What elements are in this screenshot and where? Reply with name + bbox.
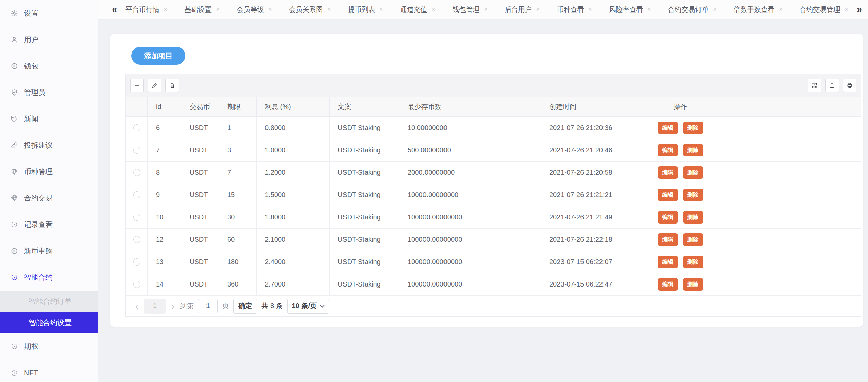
tab[interactable]: 倍数手数查看 × <box>734 5 783 14</box>
tab-label: 风险率查看 <box>609 5 643 14</box>
delete-button[interactable]: 删除 <box>683 233 703 246</box>
sidebar-item-icon <box>10 36 18 44</box>
sidebar-item[interactable]: 合约交易 <box>0 185 98 211</box>
toolbar-button[interactable] <box>165 79 179 92</box>
sidebar-item[interactable]: NFT <box>0 360 98 382</box>
cell-created-time: 2023-07-15 06:22:47 <box>541 273 635 295</box>
sidebar-item[interactable]: 币种管理 <box>0 158 98 185</box>
tab[interactable]: 平台币行情 × <box>125 5 167 14</box>
row-radio[interactable] <box>133 258 140 266</box>
tab-close-icon[interactable]: × <box>713 6 717 13</box>
tab[interactable]: 合约交易订单 × <box>668 5 717 14</box>
tab[interactable]: 会员关系图 × <box>289 5 331 14</box>
tab-close-icon[interactable]: × <box>845 6 848 13</box>
table-row: 9 USDT 15 1.5000 USDT-Staking 10000.0000… <box>126 184 861 206</box>
sidebar-item[interactable]: 记录查看 <box>0 211 98 238</box>
sidebar-item[interactable]: 用户 <box>0 26 98 53</box>
toolbar-button[interactable] <box>130 79 144 92</box>
tab[interactable]: 合约交易管理 × <box>800 5 848 14</box>
cell-text: USDT-Staking <box>330 273 399 295</box>
tab[interactable]: 后台用户 × <box>505 5 540 14</box>
tabs-scroll-left-icon[interactable]: « <box>112 5 117 14</box>
column-header: 期限 <box>219 97 257 116</box>
goto-page-input[interactable] <box>198 299 218 313</box>
delete-button[interactable]: 删除 <box>683 211 703 224</box>
tab[interactable]: 通道充值 × <box>400 5 435 14</box>
tab-close-icon[interactable]: × <box>536 6 540 13</box>
sidebar-item[interactable]: 钱包 <box>0 53 98 79</box>
row-radio[interactable] <box>133 191 140 198</box>
sidebar-item[interactable]: 智能合约设置 <box>0 312 98 333</box>
tab[interactable]: 钱包管理 × <box>452 5 488 14</box>
edit-button[interactable]: 编辑 <box>658 278 678 291</box>
tab[interactable]: 提币列表 × <box>348 5 383 14</box>
cell-created-time: 2021-07-26 21:22:18 <box>541 229 635 251</box>
row-radio[interactable] <box>133 214 140 221</box>
toolbar-button[interactable] <box>148 79 161 92</box>
tab-close-icon[interactable]: × <box>379 6 383 13</box>
confirm-button[interactable]: 确定 <box>233 299 257 314</box>
tab[interactable]: 会员等级 × <box>237 5 272 14</box>
tab-close-icon[interactable]: × <box>216 6 220 13</box>
cell-created-time: 2021-07-26 21:21:49 <box>541 206 635 228</box>
cell-term: 7 <box>219 162 257 184</box>
next-page-icon[interactable]: › <box>170 302 176 311</box>
edit-button[interactable]: 编辑 <box>658 166 678 179</box>
tab-label: 合约交易订单 <box>668 5 709 14</box>
row-radio[interactable] <box>133 236 140 243</box>
tab-close-icon[interactable]: × <box>588 6 592 13</box>
tab[interactable]: 基础设置 × <box>184 5 220 14</box>
edit-button[interactable]: 编辑 <box>658 233 678 246</box>
row-radio[interactable] <box>133 147 140 154</box>
sidebar-item[interactable]: 管理员 <box>0 79 98 106</box>
sidebar-item-label: 投拆建议 <box>24 141 53 150</box>
tab-close-icon[interactable]: × <box>164 6 167 13</box>
delete-button[interactable]: 删除 <box>683 189 703 201</box>
sidebar-item[interactable]: 设置 <box>0 0 98 26</box>
toolbar-button[interactable] <box>843 79 856 92</box>
edit-button[interactable]: 编辑 <box>658 189 678 201</box>
delete-button[interactable]: 删除 <box>683 256 703 268</box>
add-project-button[interactable]: 添加项目 <box>131 47 185 65</box>
toolbar-button[interactable] <box>825 79 839 92</box>
cell-coin: USDT <box>181 162 219 184</box>
toolbar-button[interactable] <box>808 79 821 92</box>
tab-close-icon[interactable]: × <box>268 6 272 13</box>
delete-button[interactable]: 删除 <box>683 144 703 156</box>
edit-button[interactable]: 编辑 <box>658 211 678 224</box>
sidebar-item[interactable]: 智能合约订单 <box>0 291 98 312</box>
row-radio[interactable] <box>133 124 140 131</box>
edit-button[interactable]: 编辑 <box>658 256 678 268</box>
sidebar-item[interactable]: 投拆建议 <box>0 132 98 158</box>
tab[interactable]: 币种查看 × <box>557 5 592 14</box>
tab[interactable]: 风险率查看 × <box>609 5 651 14</box>
edit-button[interactable]: 编辑 <box>658 122 678 134</box>
cell-id: 10 <box>148 206 181 228</box>
row-radio[interactable] <box>133 169 140 176</box>
sidebar-item[interactable]: 新币申购 <box>0 238 98 264</box>
tab-close-icon[interactable]: × <box>432 6 435 13</box>
plus-icon <box>134 82 140 89</box>
page-size-value: 10 条/页 <box>292 301 317 311</box>
tab-close-icon[interactable]: × <box>484 6 488 13</box>
delete-button[interactable]: 删除 <box>683 122 703 134</box>
sidebar-item[interactable]: 智能合约 <box>0 264 98 291</box>
page-number-button[interactable]: 1 <box>144 299 166 314</box>
prev-page-icon[interactable]: ‹ <box>134 302 140 311</box>
sidebar-item[interactable]: 期权 <box>0 333 98 360</box>
sidebar-item[interactable]: 新闻 <box>0 106 98 132</box>
page-size-select[interactable]: 10 条/页 <box>287 299 329 314</box>
delete-button[interactable]: 删除 <box>683 166 703 179</box>
row-radio[interactable] <box>133 281 140 288</box>
cell-id: 14 <box>148 273 181 295</box>
tab-close-icon[interactable]: × <box>779 6 783 13</box>
tab-close-icon[interactable]: × <box>327 6 331 13</box>
tabs-scroll-right-icon[interactable]: » <box>857 5 862 14</box>
sidebar-item-icon <box>10 194 18 202</box>
sidebar-item-label: 记录查看 <box>24 220 53 229</box>
sidebar-item-label: 币种管理 <box>24 167 53 176</box>
tab-label: 币种查看 <box>557 5 584 14</box>
edit-button[interactable]: 编辑 <box>658 144 678 156</box>
tab-close-icon[interactable]: × <box>647 6 651 13</box>
delete-button[interactable]: 删除 <box>683 278 703 291</box>
